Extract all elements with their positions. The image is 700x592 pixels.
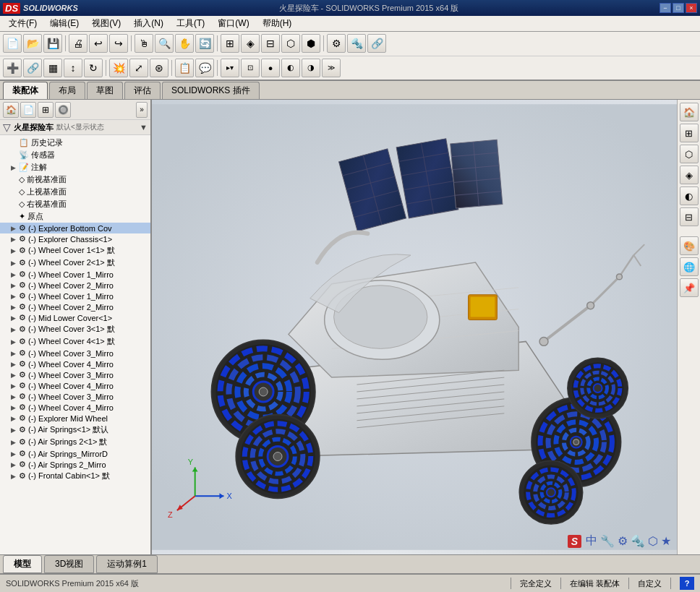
tree-item[interactable]: ▶⚙(-) Wheel Cover 2_Mirro <box>0 301 150 312</box>
tb-redo[interactable]: ↪ <box>109 34 128 53</box>
tree-item[interactable]: ▶⚙(-) Mid Lower Cover<1> <box>0 312 150 323</box>
menu-window[interactable]: 窗口(W) <box>212 16 255 31</box>
rt-zoom-fit[interactable]: ⊞ <box>680 124 699 142</box>
tree-expand-icon[interactable]: ▶ <box>9 473 17 480</box>
tree-item[interactable]: ◇上视基准面 <box>0 186 150 198</box>
tree-item[interactable]: ▶⚙(-) Wheel Cover 1_Mirro <box>0 291 150 301</box>
tb-linear-pattern[interactable]: ▦ <box>43 59 62 77</box>
tb-select[interactable]: 🖱 <box>135 34 153 53</box>
tb-balloon[interactable]: 💬 <box>195 59 214 77</box>
tb-move-comp[interactable]: ↕ <box>64 59 82 77</box>
menu-edit[interactable]: 编辑(E) <box>44 16 85 31</box>
tree-item[interactable]: ▶⚙(-) Explorer Bottom Cov <box>0 223 150 233</box>
menu-help[interactable]: 帮助(H) <box>257 16 298 31</box>
help-btn[interactable]: ? <box>680 577 694 590</box>
tb-expl-line[interactable]: ⤢ <box>129 59 148 77</box>
btab-model[interactable]: 模型 <box>3 555 42 573</box>
tree-expand-icon[interactable]: ▶ <box>9 164 17 171</box>
tree-expand-icon[interactable]: ▶ <box>9 247 17 254</box>
rt-appearance[interactable]: 🎨 <box>680 236 699 255</box>
menu-tools[interactable]: 工具(T) <box>171 16 210 31</box>
tree-item[interactable]: ✦原点 <box>0 210 150 223</box>
collapse-icon[interactable]: ▼ <box>140 123 148 132</box>
tree-item[interactable]: ▶⚙(-) Wheel Cover 4<1> 默 <box>0 335 150 348</box>
tree-expand-icon[interactable]: ▶ <box>9 282 17 289</box>
tab-assembly[interactable]: 装配体 <box>3 82 48 99</box>
tb-interference[interactable]: ⊛ <box>150 59 168 77</box>
tree-expand-icon[interactable]: ▶ <box>9 236 17 243</box>
tree-expand-icon[interactable]: ▶ <box>9 271 17 278</box>
tree-item[interactable]: ▶⚙(-) Wheel Cover 3<1> 默 <box>0 323 150 335</box>
tree-item[interactable]: ▶⚙(-) Explorer Chassis<1> <box>0 233 150 244</box>
tb-view5[interactable]: ◑ <box>302 59 320 77</box>
tb-open[interactable]: 📂 <box>23 34 42 53</box>
tb-save[interactable]: 💾 <box>43 34 62 53</box>
tree-expand-icon[interactable]: ▶ <box>9 404 17 411</box>
tree-item[interactable]: ▶⚙(-) Wheel Cover 1_Mirro <box>0 269 150 280</box>
tree-item[interactable]: ▶⚙(-) Wheel Cover 1<1> 默 <box>0 244 150 257</box>
btab-3dview[interactable]: 3D视图 <box>44 555 94 573</box>
tb-assembly[interactable]: ⚙ <box>327 34 346 53</box>
rt-display[interactable]: ◐ <box>680 186 699 205</box>
tb-view4[interactable]: ◐ <box>281 59 300 77</box>
tree-item[interactable]: ▶📝注解 <box>0 161 150 173</box>
tree-expand-icon[interactable]: ▶ <box>9 415 17 422</box>
rt-section[interactable]: ⊟ <box>680 207 699 226</box>
tab-sketch[interactable]: 草图 <box>87 82 123 99</box>
tree-expand-icon[interactable]: ▶ <box>9 259 17 267</box>
tb-zoom[interactable]: 🔍 <box>155 34 174 53</box>
tree-item[interactable]: ▶⚙(-) Wheel Cover 3_Mirro <box>0 391 150 402</box>
tree-expand-icon[interactable]: ▶ <box>9 326 17 333</box>
tb-new[interactable]: 📄 <box>3 34 22 53</box>
lp-btn1[interactable]: 🏠 <box>3 102 19 118</box>
tb-undo[interactable]: ↩ <box>89 34 108 53</box>
tree-expand-icon[interactable]: ▶ <box>9 314 17 322</box>
tb-insert-comp[interactable]: ➕ <box>3 59 22 77</box>
lp-btn4[interactable]: 🔘 <box>55 102 71 118</box>
tb-section[interactable]: ⊟ <box>261 34 280 53</box>
tree-expand-icon[interactable]: ▶ <box>9 426 17 434</box>
tb-more[interactable]: ≫ <box>322 59 341 77</box>
tb-display[interactable]: ◈ <box>241 34 260 53</box>
restore-btn[interactable]: □ <box>673 3 684 13</box>
tree-item[interactable]: 📋历史记录 <box>0 137 150 149</box>
tree-expand-icon[interactable]: ▶ <box>9 450 17 458</box>
tree-item[interactable]: ▶⚙(-) Explorer Mid Wheel <box>0 413 150 424</box>
tree-item[interactable]: ▶⚙(-) Wheel Cover 4_Mirro <box>0 359 150 369</box>
tree-item[interactable]: ▶⚙(-) Air Springs 2_Mirro <box>0 459 150 470</box>
tb-component[interactable]: 🔩 <box>347 34 366 53</box>
tree-expand-icon[interactable]: ▶ <box>9 393 17 400</box>
tb-rotate[interactable]: 🔄 <box>195 34 214 53</box>
menu-file[interactable]: 文件(F) <box>3 16 43 31</box>
tree-item[interactable]: ◇右视基准面 <box>0 198 150 210</box>
rt-view-sel[interactable]: ⬡ <box>680 145 699 163</box>
menu-insert[interactable]: 插入(N) <box>128 16 169 31</box>
tree-item[interactable]: ▶⚙(-) Wheel Cover 4_Mirro <box>0 380 150 391</box>
tree-item[interactable]: ▶⚙(-) Air Springs_MirrorD <box>0 448 150 459</box>
tb-shaded[interactable]: ⬡ <box>281 34 300 53</box>
tree-item[interactable]: ▶⚙(-) Wheel Cover 2_Mirro <box>0 280 150 291</box>
menu-view[interactable]: 视图(V) <box>86 16 127 31</box>
tree-expand-icon[interactable]: ▶ <box>9 225 17 232</box>
tree-item[interactable]: ▶⚙(-) Frontal Cabin<1> 默 <box>0 470 150 482</box>
tb-view3[interactable]: ● <box>261 59 280 77</box>
tree-expand-icon[interactable]: ▶ <box>9 338 17 346</box>
tb-pan[interactable]: ✋ <box>175 34 194 53</box>
tree-expand-icon[interactable]: ▶ <box>9 293 17 300</box>
tb-view2[interactable]: ⊡ <box>241 59 260 77</box>
minimize-btn[interactable]: − <box>660 3 671 13</box>
tab-addins[interactable]: SOLIDWORKS 插件 <box>162 82 260 99</box>
btab-motion[interactable]: 运动算例1 <box>96 555 158 573</box>
rt-home[interactable]: 🏠 <box>680 103 699 121</box>
rt-shaded[interactable]: ◈ <box>680 166 699 184</box>
tb-bom[interactable]: 📋 <box>175 59 194 77</box>
tb-print[interactable]: 🖨 <box>69 34 88 53</box>
tab-evaluate[interactable]: 评估 <box>124 82 161 99</box>
tree-area[interactable]: 📋历史记录📡传感器▶📝注解◇前视基准面◇上视基准面◇右视基准面✦原点▶⚙(-) … <box>0 135 150 554</box>
viewport[interactable]: X Y Z S 中 🔧 ⚙ 🔩 ⬡ ★ <box>152 100 677 554</box>
rt-scene[interactable]: 🌐 <box>680 257 699 276</box>
tree-item[interactable]: ▶⚙(-) Air Springs<1> 默认 <box>0 424 150 436</box>
tree-item[interactable]: ▶⚙(-) Air Springs 2<1> 默 <box>0 436 150 448</box>
lp-btn3[interactable]: ⊞ <box>38 102 54 118</box>
tree-expand-icon[interactable]: ▶ <box>9 361 17 368</box>
